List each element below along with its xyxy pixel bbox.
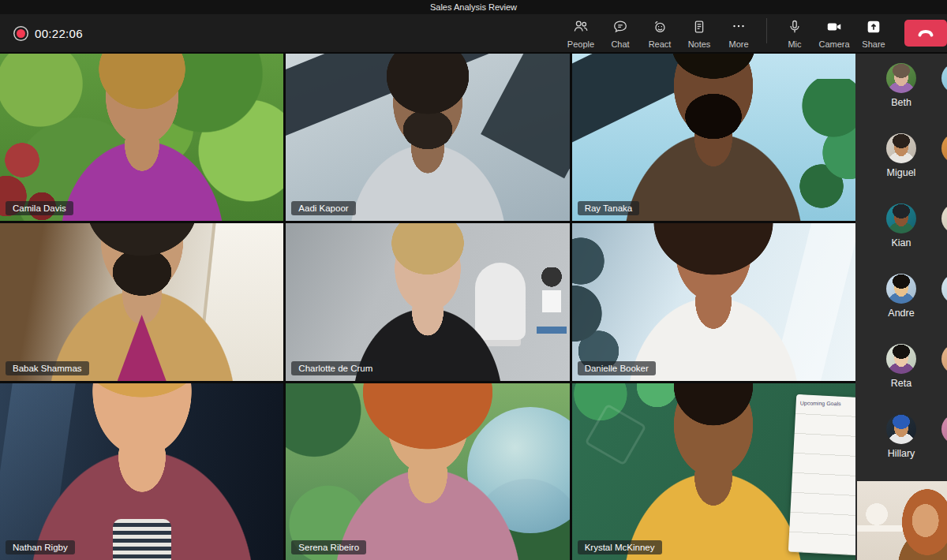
video-tile-serena-ribeiro[interactable]: Serena Ribeiro: [286, 383, 569, 560]
participant-figure: [299, 383, 556, 560]
toolbar-buttons: People Chat React Notes: [561, 18, 947, 49]
video-tile-danielle-booker[interactable]: Danielle Booker: [572, 223, 855, 381]
participant-name-label: Camila Davis: [6, 201, 73, 215]
roster-item-beth[interactable]: Beth: [886, 63, 916, 110]
roster-name: Miguel: [887, 166, 916, 180]
toolbar-divider: [766, 18, 767, 43]
roster-item-andre[interactable]: Andre: [886, 274, 916, 320]
mic-button-label: Mic: [788, 39, 801, 49]
video-tile-babak-shammas[interactable]: Babak Shammas: [0, 223, 283, 381]
overflow-avatar: [941, 63, 947, 93]
participant-name-label: Danielle Booker: [578, 361, 656, 375]
hang-up-icon: [915, 24, 936, 43]
roster-item-miguel[interactable]: Miguel: [886, 133, 916, 180]
video-tile-ray-tanaka[interactable]: Ray Tanaka: [572, 54, 855, 221]
whiteboard: Upcoming Goals: [788, 394, 855, 555]
share-button-label: Share: [862, 39, 885, 49]
video-grid: Camila Davis Aadi Kapoor Ray Tanaka Baba…: [0, 54, 855, 560]
camera-button-label: Camera: [818, 39, 849, 49]
mic-icon: [786, 18, 803, 37]
participant-roster: Beth Miguel Kian Andre Reta Hillary: [855, 54, 947, 560]
roster-name: Reta: [891, 377, 911, 390]
people-icon: [572, 18, 590, 37]
participant-video: [0, 54, 283, 221]
roster-name: Kian: [891, 237, 911, 250]
participant-name-label: Nathan Rigby: [6, 540, 75, 554]
overflow-avatar: [941, 133, 947, 163]
people-button[interactable]: People: [561, 18, 601, 49]
participant-figure: [0, 383, 283, 560]
participant-video: [0, 223, 283, 381]
window-titlebar: Sales Analysis Review: [0, 0, 947, 14]
chat-button[interactable]: Chat: [601, 18, 640, 49]
avatar: [886, 344, 916, 374]
participant-video: [286, 223, 569, 381]
participant-figure: [596, 223, 832, 381]
leave-call-button[interactable]: [904, 20, 947, 47]
participant-name-label: Krystal McKinney: [578, 540, 662, 554]
notes-icon: [691, 18, 708, 37]
react-icon: [651, 18, 668, 37]
meeting-window: Sales Analysis Review 00:22:06 People Ch…: [0, 0, 947, 560]
mic-button[interactable]: Mic: [775, 18, 814, 49]
participant-video: [286, 383, 569, 560]
roster-item-kian[interactable]: Kian: [886, 203, 916, 250]
more-button-label: More: [728, 39, 748, 49]
more-button[interactable]: More: [719, 18, 758, 49]
roster-name: Beth: [891, 96, 911, 110]
participant-figure: [29, 54, 255, 221]
camera-button[interactable]: Camera: [814, 18, 854, 49]
whiteboard-text: Upcoming Goals: [800, 400, 855, 406]
video-tile-krystal-mckinney[interactable]: Upcoming Goals Krystal McKinney: [572, 383, 855, 560]
participant-video: Upcoming Goals: [572, 383, 855, 560]
overflow-avatar: [941, 414, 947, 444]
notes-button-label: Notes: [688, 39, 711, 49]
participant-figure: [320, 54, 535, 221]
video-tile-charlotte-de-crum[interactable]: Charlotte de Crum: [286, 223, 569, 381]
participant-figure: [13, 223, 270, 381]
participant-name-label: Aadi Kapoor: [291, 201, 355, 215]
notes-button[interactable]: Notes: [679, 18, 719, 49]
share-button[interactable]: Share: [854, 18, 893, 49]
overflow-avatar: [941, 344, 947, 374]
participant-name-label: Charlotte de Crum: [291, 361, 380, 375]
avatar: [886, 133, 916, 163]
video-tile-nathan-rigby[interactable]: Nathan Rigby: [0, 383, 283, 560]
roster-name: Hillary: [888, 447, 915, 461]
roster-item-reta[interactable]: Reta: [886, 344, 916, 390]
avatar: [886, 414, 916, 444]
chat-icon: [612, 18, 629, 37]
share-icon: [865, 18, 882, 37]
participant-name-label: Ray Tanaka: [578, 201, 640, 215]
camera-icon: [825, 18, 843, 37]
roster-item-hillary[interactable]: Hillary: [886, 414, 916, 461]
chat-button-label: Chat: [611, 39, 629, 49]
participant-name-label: Babak Shammas: [6, 361, 89, 375]
participant-figure: [325, 223, 530, 381]
meeting-stage: Camila Davis Aadi Kapoor Ray Tanaka Baba…: [0, 54, 947, 560]
meeting-toolbar: 00:22:06 People Chat React: [0, 14, 947, 54]
react-button-label: React: [649, 39, 672, 49]
participant-video: [572, 223, 855, 381]
participant-name-label: Serena Ribeiro: [291, 540, 366, 554]
overflow-avatar: [941, 203, 947, 233]
react-button[interactable]: React: [640, 18, 679, 49]
overflow-avatar: [941, 274, 947, 304]
avatar: [886, 63, 916, 93]
recording-indicator: 00:22:06: [13, 27, 83, 40]
participant-video: [0, 383, 283, 560]
recording-icon: [17, 29, 25, 38]
recording-timer: 00:22:06: [35, 27, 83, 40]
more-icon: [730, 18, 747, 37]
participant-figure: [590, 54, 837, 221]
video-tile-aadi-kapoor[interactable]: Aadi Kapoor: [286, 54, 569, 221]
roster-name: Andre: [888, 307, 914, 320]
people-button-label: People: [567, 39, 594, 49]
meeting-title: Sales Analysis Review: [430, 2, 517, 12]
avatar: [886, 203, 916, 233]
participant-video: [286, 54, 569, 221]
video-tile-camila-davis[interactable]: Camila Davis: [0, 54, 283, 221]
self-video-tile[interactable]: [857, 481, 947, 560]
avatar: [886, 274, 916, 304]
participant-video: [572, 54, 855, 221]
